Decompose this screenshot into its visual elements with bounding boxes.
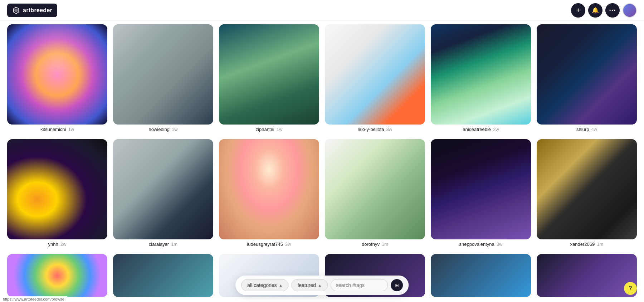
gallery-time-12: 1m	[597, 242, 603, 247]
gallery-item-1[interactable]: kitsunemichi 1w	[7, 24, 107, 132]
gallery-meta-10: dorothyv 1m	[362, 242, 388, 247]
gallery-meta-1: kitsunemichi 1w	[40, 127, 74, 132]
gallery-username-9: ludeusgreyrat745	[247, 242, 283, 247]
gallery-item-3[interactable]: ziphantei 1w	[219, 24, 319, 132]
gallery-username-5: anideafreebie	[463, 127, 491, 132]
gallery-username-10: dorothyv	[362, 242, 380, 247]
gallery-image-1	[7, 24, 107, 125]
gallery-item-2[interactable]: howiebing 1w	[113, 24, 213, 132]
gallery-meta-3: ziphantei 1w	[256, 127, 283, 132]
gallery-username-1: kitsunemichi	[40, 127, 66, 132]
gallery-item-9[interactable]: ludeusgreyrat745 3w	[219, 139, 319, 247]
gallery-meta-7: yhhh 2w	[48, 242, 67, 247]
grid-view-button[interactable]: ⊞	[391, 279, 403, 291]
gallery-username-3: ziphantei	[256, 127, 274, 132]
gallery-meta-12: xander2069 1m	[570, 242, 604, 247]
gallery-item-6[interactable]: shlurp 4w	[537, 24, 637, 132]
add-button[interactable]: +	[571, 3, 585, 18]
gallery-username-8: claralayer	[149, 242, 169, 247]
logo[interactable]: artbreeder	[7, 4, 57, 17]
gallery-item-partial-5[interactable]	[431, 254, 531, 297]
gallery-item-8[interactable]: claralayer 1m	[113, 139, 213, 247]
gallery-image-8	[113, 139, 213, 239]
gallery-image-11	[431, 139, 531, 239]
gallery-item-11[interactable]: sneppovalentyna 3w	[431, 139, 531, 247]
gallery-time-6: 4w	[591, 127, 597, 132]
gallery-time-9: 3w	[285, 242, 291, 247]
tags-search[interactable]	[331, 279, 388, 291]
logo-text: artbreeder	[23, 7, 52, 14]
header-actions: + 🔔 ···	[571, 3, 637, 18]
gallery-image-partial-2	[113, 254, 213, 297]
gallery-image-3	[219, 24, 319, 125]
gallery-time-4: 3w	[386, 127, 392, 132]
gallery-meta-6: shlurp 4w	[576, 127, 597, 132]
gallery-time-2: 1w	[172, 127, 178, 132]
featured-label: featured	[298, 282, 316, 288]
more-menu-button[interactable]: ···	[605, 3, 620, 18]
gallery-time-3: 1w	[277, 127, 283, 132]
gallery-image-partial-1	[7, 254, 107, 297]
gallery-time-11: 3w	[497, 242, 503, 247]
user-avatar[interactable]	[623, 3, 637, 18]
gallery-username-4: lirio-y-bellota	[358, 127, 384, 132]
gallery-item-4[interactable]: lirio-y-bellota 3w	[325, 24, 425, 132]
gallery-time-10: 1m	[382, 242, 388, 247]
gallery-image-7	[7, 139, 107, 239]
gallery-image-10	[325, 139, 425, 239]
gallery-meta-9: ludeusgreyrat745 3w	[247, 242, 291, 247]
gallery-image-12	[537, 139, 637, 239]
status-bar: https://www.artbreeder.com/browse	[0, 296, 67, 302]
gallery-image-partial-5	[431, 254, 531, 297]
notifications-button[interactable]: 🔔	[588, 3, 602, 18]
filter-bar: all categories ▲ featured ▲ ⊞	[235, 276, 409, 295]
gallery-image-2	[113, 24, 213, 125]
gallery-image-9	[219, 139, 319, 239]
gallery-item-5[interactable]: anideafreebie 2w	[431, 24, 531, 132]
featured-filter-button[interactable]: featured ▲	[292, 279, 328, 291]
logo-icon	[12, 6, 20, 14]
categories-label: all categories	[247, 282, 277, 288]
gallery-username-11: sneppovalentyna	[459, 242, 494, 247]
gallery-username-12: xander2069	[570, 242, 595, 247]
gallery-username-6: shlurp	[576, 127, 589, 132]
main-content: kitsunemichi 1w howiebing 1w ziphantei 1…	[0, 0, 644, 302]
gallery-time-5: 2w	[493, 127, 499, 132]
gallery-item-partial-2[interactable]	[113, 254, 213, 297]
gallery-meta-5: anideafreebie 2w	[463, 127, 499, 132]
gallery-image-5	[431, 24, 531, 125]
gallery-item-7[interactable]: yhhh 2w	[7, 139, 107, 247]
gallery-row-1: kitsunemichi 1w howiebing 1w ziphantei 1…	[7, 24, 637, 132]
gallery-time-8: 1m	[171, 242, 177, 247]
gallery-row-2: yhhh 2w claralayer 1m ludeusgreyrat745 3…	[7, 139, 637, 247]
gallery-username-7: yhhh	[48, 242, 58, 247]
gallery-item-10[interactable]: dorothyv 1m	[325, 139, 425, 247]
gallery-username-2: howiebing	[148, 127, 170, 132]
gallery-meta-4: lirio-y-bellota 3w	[358, 127, 392, 132]
gallery-image-6	[537, 24, 637, 125]
gallery-image-4	[325, 24, 425, 125]
gallery-item-partial-6[interactable]	[537, 254, 637, 297]
gallery-meta-2: howiebing 1w	[148, 127, 177, 132]
gallery-meta-11: sneppovalentyna 3w	[459, 242, 503, 247]
svg-marker-1	[14, 8, 18, 12]
tags-search-input[interactable]	[336, 282, 379, 288]
categories-filter-button[interactable]: all categories ▲	[241, 279, 288, 291]
help-button[interactable]: ?	[624, 282, 637, 295]
gallery-time-7: 2w	[60, 242, 67, 247]
gallery-meta-8: claralayer 1m	[149, 242, 177, 247]
header: artbreeder + 🔔 ···	[0, 0, 644, 21]
categories-chevron-icon: ▲	[279, 283, 283, 287]
gallery-item-partial-1[interactable]	[7, 254, 107, 297]
gallery-item-12[interactable]: xander2069 1m	[537, 139, 637, 247]
featured-chevron-icon: ▲	[318, 283, 322, 287]
gallery-image-partial-6	[537, 254, 637, 297]
gallery-time-1: 1w	[68, 127, 74, 132]
